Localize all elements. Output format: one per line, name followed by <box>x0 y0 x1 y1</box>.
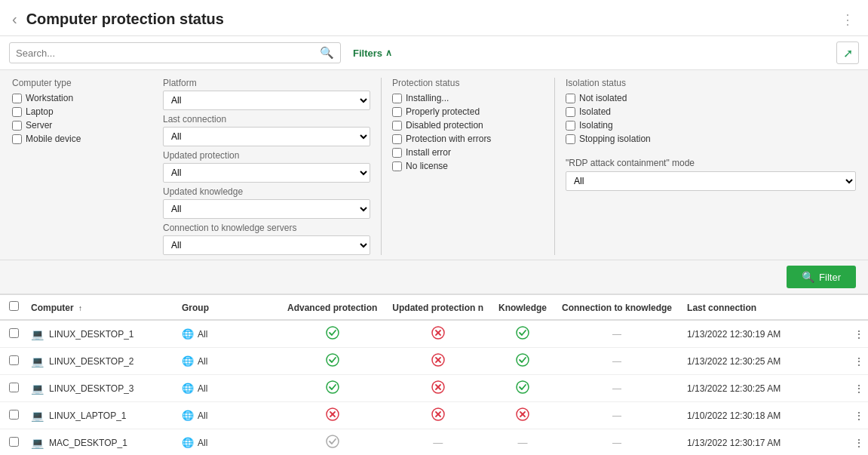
isolation-isolated[interactable]: Isolated <box>566 106 856 117</box>
connection-knowledge-label: Connection to knowledge servers <box>163 223 370 233</box>
group-name-2: All <box>198 383 207 394</box>
status-errors[interactable]: Protection with errors <box>392 134 545 144</box>
filter-button[interactable]: 🔍 Filter <box>787 266 856 288</box>
more-menu-icon[interactable]: ⋮ <box>841 11 856 28</box>
computer-name-0: LINUX_DESKTOP_1 <box>49 329 134 340</box>
filters-label: Filters <box>353 48 382 59</box>
table-container: Computer ↑ Group Advanced protection Upd… <box>0 295 868 455</box>
computer-name-3: LINUX_LAPTOP_1 <box>49 410 127 421</box>
row-menu-2[interactable]: ⋮ <box>850 375 868 402</box>
table-row: 💻 LINUX_DESKTOP_3 🌐 All — 1/13/2022 12:3… <box>0 375 868 402</box>
status-install-error[interactable]: Install error <box>392 147 545 158</box>
table-row: 💻 LINUX_DESKTOP_2 🌐 All — 1/13/2022 12:3… <box>0 348 868 375</box>
filter-button-label: Filter <box>819 272 841 283</box>
computer-type-section: Computer type Workstation Laptop Server … <box>12 78 163 255</box>
svg-point-0 <box>327 327 339 339</box>
upd-protection-3 <box>385 402 491 429</box>
row-checkbox-3[interactable] <box>9 410 19 420</box>
computer-icon-1: 💻 <box>31 355 44 367</box>
adv-protection-2 <box>280 375 385 402</box>
isolation-stopping[interactable]: Stopping isolation <box>566 134 856 144</box>
group-name-0: All <box>198 329 207 340</box>
computer-icon-4: 💻 <box>31 437 44 449</box>
group-icon-1: 🌐 <box>182 355 194 367</box>
group-icon-0: 🌐 <box>182 328 194 340</box>
computer-type-server[interactable]: Server <box>12 120 154 131</box>
status-disabled[interactable]: Disabled protection <box>392 120 545 131</box>
computer-type-workstation[interactable]: Workstation <box>12 93 154 103</box>
row-menu-1[interactable]: ⋮ <box>850 348 868 375</box>
computer-icon-3: 💻 <box>31 410 44 422</box>
toolbar: 🔍 Filters ∧ ➚ <box>0 36 868 70</box>
rdp-section: "RDP attack containment" mode All <box>566 158 856 191</box>
rdp-select[interactable]: All <box>566 171 856 191</box>
status-installing[interactable]: Installing... <box>392 93 545 103</box>
search-input[interactable] <box>16 48 320 59</box>
conn-knowledge-4: — <box>554 429 679 456</box>
row-checkbox-1[interactable] <box>9 355 19 365</box>
row-menu-4[interactable]: ⋮ <box>850 429 868 456</box>
platform-select[interactable]: All <box>163 91 370 110</box>
protection-status-title: Protection status <box>392 78 545 88</box>
connection-knowledge-select[interactable]: All <box>163 235 370 255</box>
back-icon[interactable]: ‹ <box>12 11 17 28</box>
upd-protection-4: — <box>385 429 491 456</box>
status-no-license[interactable]: No license <box>392 161 545 171</box>
updated-knowledge-select[interactable]: All <box>163 199 370 219</box>
export-button[interactable]: ➚ <box>836 42 859 64</box>
select-all-checkbox[interactable] <box>9 301 19 311</box>
isolation-section: Isolation status Not isolated Isolated I… <box>555 78 856 255</box>
protection-status-section: Protection status Installing... Properly… <box>382 78 555 255</box>
table-row: 💻 LINUX_DESKTOP_1 🌐 All — 1/13/2022 12:3… <box>0 320 868 348</box>
last-connection-label: Last connection <box>163 114 370 125</box>
last-connection-select[interactable]: All <box>163 127 370 146</box>
group-name-1: All <box>198 356 207 367</box>
row-menu-3[interactable]: ⋮ <box>850 402 868 429</box>
computer-type-title: Computer type <box>12 78 154 88</box>
last-connection-1: 1/13/2022 12:30:25 AM <box>679 348 850 375</box>
computer-type-laptop[interactable]: Laptop <box>12 106 154 117</box>
updated-protection-label: Updated protection <box>163 150 370 161</box>
knowledge-1 <box>491 348 554 375</box>
rdp-label: "RDP attack containment" mode <box>566 158 856 168</box>
sort-icon[interactable]: ↑ <box>78 304 82 312</box>
upd-protection-1 <box>385 348 491 375</box>
col-last-connection: Last connection <box>679 295 850 320</box>
svg-point-5 <box>327 354 339 366</box>
col-group: Group <box>174 295 280 320</box>
chevron-up-icon: ∧ <box>385 48 392 58</box>
updated-protection-select[interactable]: All <box>163 163 370 183</box>
last-connection-4: 1/13/2022 12:30:17 AM <box>679 429 850 456</box>
conn-knowledge-0: — <box>554 320 679 348</box>
last-connection-2: 1/13/2022 12:30:25 AM <box>679 375 850 402</box>
isolation-isolating[interactable]: Isolating <box>566 120 856 131</box>
svg-point-24 <box>327 435 339 447</box>
computer-icon-0: 💻 <box>31 328 44 340</box>
last-connection-0: 1/13/2022 12:30:19 AM <box>679 320 850 348</box>
page-title: Computer protection status <box>26 11 841 28</box>
row-checkbox-0[interactable] <box>9 328 19 338</box>
row-checkbox-4[interactable] <box>9 437 19 447</box>
row-checkbox-2[interactable] <box>9 383 19 392</box>
isolation-not-isolated[interactable]: Not isolated <box>566 93 856 103</box>
search-box: 🔍 <box>9 42 341 63</box>
computer-name-1: LINUX_DESKTOP_2 <box>49 356 134 367</box>
row-menu-0[interactable]: ⋮ <box>850 320 868 348</box>
svg-point-10 <box>327 381 339 393</box>
computer-name-4: MAC_DESKTOP_1 <box>49 438 127 448</box>
col-adv-protection: Advanced protection <box>280 295 385 320</box>
filters-button[interactable]: Filters ∧ <box>353 48 392 59</box>
filters-panel: Computer type Workstation Laptop Server … <box>0 70 868 260</box>
header: ‹ Computer protection status ⋮ <box>0 0 868 36</box>
isolation-title: Isolation status <box>566 78 856 88</box>
platform-title: Platform <box>163 78 370 88</box>
upd-protection-0 <box>385 320 491 348</box>
filter-action-bar: 🔍 Filter <box>0 260 868 295</box>
group-name-3: All <box>198 410 207 421</box>
status-properly[interactable]: Properly protected <box>392 106 545 117</box>
col-upd-protection: Updated protection n <box>385 295 491 320</box>
adv-protection-1 <box>280 348 385 375</box>
knowledge-0 <box>491 320 554 348</box>
computer-type-mobile[interactable]: Mobile device <box>12 134 154 144</box>
knowledge-4: — <box>491 429 554 456</box>
